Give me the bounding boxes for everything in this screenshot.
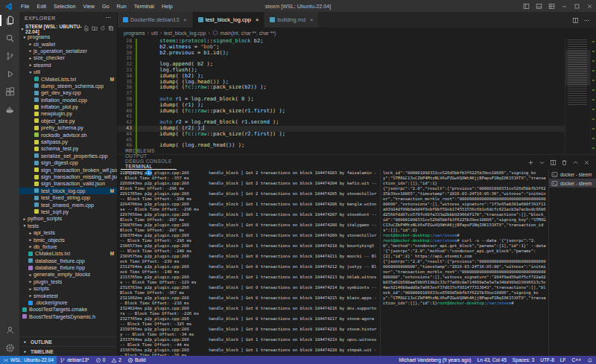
tree-item[interactable]: ▸smoketest xyxy=(19,292,117,298)
close-tab-icon[interactable]: × xyxy=(310,16,313,23)
line-number[interactable]: 47 xyxy=(118,149,136,154)
status-remote-indicator[interactable]: WSL: Ubuntu-22.04 xyxy=(0,356,57,364)
tree-item[interactable]: ▸scripts xyxy=(19,285,117,292)
views-more-button[interactable] xyxy=(105,14,112,22)
tree-item[interactable]: ▸bmic_objects xyxy=(19,236,117,243)
status-eol[interactable]: LF xyxy=(557,356,569,364)
tree-item[interactable]: ▾util xyxy=(19,68,117,75)
editor-tab[interactable]: Dockerfile.debian13× xyxy=(118,12,193,28)
code-editor[interactable]: 28 steem::protocol::signed_block b2;29 b… xyxy=(118,38,596,154)
status-git-blame[interactable]: Michael Vandeberg (9 years ago) xyxy=(396,356,475,364)
tree-item[interactable]: sign_transaction_missing_wif.json xyxy=(19,173,117,180)
tree-item[interactable]: test_sqrt.py xyxy=(19,208,117,215)
breadcrumb-item[interactable]: test_block_log.cpp xyxy=(164,31,206,36)
panel-tab-output[interactable]: OUTPUT xyxy=(121,153,177,159)
tree-item[interactable]: saltpass.py xyxy=(19,138,117,145)
menu-selection[interactable]: Selection xyxy=(50,3,80,10)
tree-item[interactable]: rocksdb_advisor.sh xyxy=(19,131,117,138)
section-timeline[interactable]: ▸TIMELINE xyxy=(19,346,117,356)
layout-custom-button[interactable] xyxy=(545,0,558,12)
explorer-section-header[interactable]: ▾ STEEM [WSL: UBUNTU-22.04] xyxy=(19,24,117,33)
breadcrumb-item[interactable]: programs xyxy=(124,31,145,36)
editor-tab[interactable]: building.md× xyxy=(264,12,319,28)
close-button[interactable] xyxy=(583,0,596,12)
minimap[interactable] xyxy=(565,38,590,154)
menu-edit[interactable]: Edit xyxy=(34,3,50,10)
tree-item[interactable]: serialize_set_properties.cpp xyxy=(19,153,117,159)
maximize-button[interactable] xyxy=(571,0,583,12)
layout-sidebar-button[interactable] xyxy=(520,0,533,12)
status-language-mode[interactable]: C++ xyxy=(569,356,584,364)
status-build-task[interactable]: Build xyxy=(124,356,149,364)
tree-item[interactable]: database_fixture.hpp xyxy=(19,264,117,271)
tree-item[interactable]: ▸db_fixture xyxy=(19,243,117,250)
minimize-button[interactable] xyxy=(558,0,571,12)
menu-file[interactable]: File xyxy=(17,3,34,10)
tree-item[interactable]: CMakeLists.txtM xyxy=(19,250,117,257)
tree-item[interactable]: ▸cli_wallet xyxy=(19,40,117,47)
status-encoding[interactable]: UTF-8 xyxy=(537,356,557,364)
tree-item[interactable]: BoostTestTargets.cmake xyxy=(19,306,117,313)
code-area[interactable]: 28 steem::protocol::signed_block b2;29 b… xyxy=(118,38,565,154)
tree-item[interactable]: test_block_log.cppM xyxy=(19,188,117,194)
terminal-list-item[interactable]: docker - steem xyxy=(549,179,596,188)
tree-item[interactable]: CMakeLists.txtM xyxy=(19,75,117,82)
tree-item[interactable]: inflation_model.cpp xyxy=(19,97,117,103)
tree-item[interactable]: BoostTestTargetsDynamic.h xyxy=(19,313,117,320)
tree-item[interactable]: sign_digest.cpp xyxy=(19,159,117,166)
breadcrumb-item[interactable]: util xyxy=(151,31,158,36)
tree-item[interactable]: .dockerignore xyxy=(19,299,117,306)
refresh-button[interactable] xyxy=(100,25,106,32)
editor-tab[interactable]: test_block_log.cpp× xyxy=(193,12,265,28)
terminal-bash-curl[interactable]: lock_id":"000001090331ce528d5bbfb3f6225b… xyxy=(380,169,548,356)
activity-docker[interactable] xyxy=(0,103,19,116)
tree-item[interactable]: ▸js_operation_serializer xyxy=(19,48,117,54)
tree-item[interactable]: sign_transaction_valid.json xyxy=(19,180,117,187)
layout-panel-button[interactable] xyxy=(533,0,545,12)
close-tab-icon[interactable]: × xyxy=(256,16,259,23)
tree-item[interactable]: database_fixture.cpp xyxy=(19,258,117,264)
tree-item[interactable]: sign_transaction_broken_wif.json xyxy=(19,166,117,173)
menu-terminal[interactable]: Terminal xyxy=(130,3,158,10)
tree-item[interactable]: ▾tests xyxy=(19,223,117,229)
collapse-all-button[interactable] xyxy=(108,25,114,32)
tree-item[interactable]: get_dev_key.cpp xyxy=(19,89,117,96)
status-notifications[interactable] xyxy=(584,356,596,364)
minimap-slider[interactable] xyxy=(565,50,590,86)
tree-item[interactable]: test_shared_mem.cpp xyxy=(19,201,117,208)
activity-search[interactable] xyxy=(0,32,19,45)
tree-item[interactable]: inflation_plot.py xyxy=(19,103,117,110)
terminal-list-item[interactable]: docker - steem xyxy=(549,170,596,179)
status-indentation[interactable]: Spaces: 3 xyxy=(510,356,537,364)
menu-view[interactable]: View xyxy=(80,3,98,10)
activity-source-control[interactable] xyxy=(0,50,19,63)
activity-settings[interactable] xyxy=(0,342,19,354)
new-folder-button[interactable] xyxy=(92,25,98,32)
new-file-button[interactable] xyxy=(83,25,89,32)
tree-item[interactable]: dump_steem_schema.cpp xyxy=(19,83,117,89)
split-terminal-button[interactable] xyxy=(550,156,557,169)
menu-run[interactable]: Run xyxy=(113,3,130,10)
tree-item[interactable]: ▸steemd xyxy=(19,62,117,68)
maximize-panel-button[interactable] xyxy=(572,156,579,169)
tree-item[interactable]: test_fixed_string.cpp xyxy=(19,194,117,201)
more-actions-button[interactable] xyxy=(583,13,590,27)
split-editor-button[interactable] xyxy=(572,13,579,27)
tree-item[interactable]: ▸size_checker xyxy=(19,54,117,61)
status-cursor-position[interactable]: Ln 43, Col 45 xyxy=(475,356,510,364)
activity-explorer[interactable] xyxy=(0,14,19,27)
status-git-branch[interactable]: debian13* xyxy=(57,356,92,364)
tree-item[interactable]: object_size.py xyxy=(19,118,117,124)
tree-item[interactable]: ▸generate_empty_blocks xyxy=(19,271,117,278)
status-errors[interactable]: 0 xyxy=(92,356,109,364)
menu-help[interactable]: Help xyxy=(158,3,177,10)
activity-run-debug[interactable] xyxy=(0,68,19,80)
tree-item[interactable]: ▾programs xyxy=(19,33,117,40)
terminal-profile-button[interactable] xyxy=(539,156,545,169)
tree-item[interactable]: schema_test.py xyxy=(19,145,117,152)
breadcrumb-item[interactable]: main(int, char **, char **) xyxy=(221,31,276,36)
tree-item[interactable]: ▸python_scripts xyxy=(19,215,117,222)
activity-extensions[interactable] xyxy=(0,86,19,98)
tree-item[interactable]: newplugin.py xyxy=(19,110,117,117)
tree-item[interactable]: pretty_schema.py xyxy=(19,124,117,131)
